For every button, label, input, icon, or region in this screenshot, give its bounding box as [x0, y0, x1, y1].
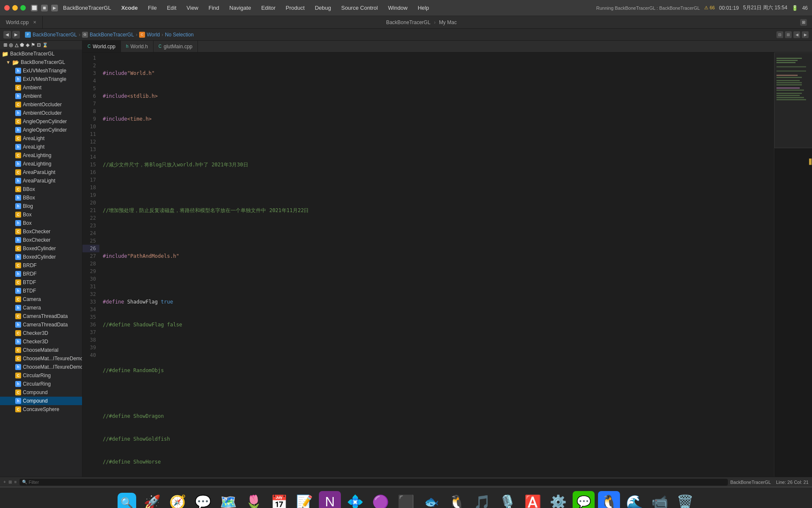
- menu-help[interactable]: Help: [416, 4, 431, 12]
- dock-app1[interactable]: 🟣: [370, 491, 392, 508]
- sidebar-item[interactable]: C Camera: [0, 295, 82, 304]
- dock-podcast[interactable]: 🎙️: [497, 491, 518, 508]
- dock-wechat[interactable]: 💬: [573, 491, 595, 508]
- sidebar-item[interactable]: C ChooseMaterial: [0, 346, 82, 354]
- dock-qq2[interactable]: 🐧: [598, 491, 620, 508]
- sidebar-item-compound-h[interactable]: h Compound: [0, 397, 82, 405]
- sidebar-item[interactable]: h Camera: [0, 304, 82, 312]
- sort-icon[interactable]: ≡: [14, 480, 17, 484]
- dock-settings[interactable]: ⚙️: [547, 491, 569, 508]
- menu-debug[interactable]: Debug: [313, 4, 332, 12]
- menu-navigate[interactable]: Navigate: [228, 4, 252, 12]
- menu-product[interactable]: Product: [284, 4, 307, 12]
- sidebar-item[interactable]: h ChooseMat...ITexureDemo: [0, 363, 82, 371]
- menu-editor[interactable]: Editor: [260, 4, 277, 12]
- sidebar-item[interactable]: h ExUVMeshTriangle: [0, 75, 82, 83]
- breadcrumb-class[interactable]: World: [147, 32, 160, 38]
- sidebar-item[interactable]: C ConcaveSphere: [0, 405, 82, 414]
- sidebar-item[interactable]: h BBox: [0, 193, 82, 202]
- sidebar-item[interactable]: h CameraThreadData: [0, 320, 82, 329]
- menu-source-control[interactable]: Source Control: [340, 4, 380, 12]
- traffic-lights[interactable]: [4, 5, 26, 11]
- nav-right-icon[interactable]: ▶: [802, 31, 809, 38]
- menu-find[interactable]: Find: [207, 4, 221, 12]
- dock-photos[interactable]: 🌷: [243, 491, 265, 508]
- sidebar-item[interactable]: h AmbientOccluder: [0, 109, 82, 117]
- sidebar-item[interactable]: h Box: [0, 219, 82, 227]
- dock-vscode[interactable]: 💠: [344, 491, 366, 508]
- minimize-button[interactable]: [12, 5, 18, 11]
- dock-onenote[interactable]: N: [319, 491, 341, 508]
- sidebar-item[interactable]: C AreaParaLight: [0, 168, 82, 177]
- tab-close-icon[interactable]: ✕: [33, 20, 36, 25]
- sidebar-item[interactable]: h Blog: [0, 202, 82, 210]
- view-toggle-icon[interactable]: ⊞: [8, 480, 12, 484]
- window-controls[interactable]: ⬜ ⏹ ▶: [31, 5, 58, 11]
- nav-buttons[interactable]: ◀ ▶: [3, 31, 20, 39]
- nav-left-icon[interactable]: ◀: [793, 31, 800, 38]
- sidebar-item[interactable]: h AngleOpenCylinder: [0, 126, 82, 134]
- dock-video[interactable]: 📹: [649, 491, 671, 508]
- grid-icon[interactable]: ⊞: [785, 31, 792, 38]
- sidebar-item[interactable]: h BoxedCylinder: [0, 253, 82, 261]
- dock-bookmark[interactable]: 🐟: [420, 491, 442, 508]
- dock-finder[interactable]: 🔍: [116, 491, 138, 508]
- close-button[interactable]: [4, 5, 10, 11]
- sidebar-toggle-small[interactable]: +: [3, 480, 6, 484]
- sidebar-item[interactable]: C BoxedCylinder: [0, 244, 82, 253]
- dock-trash[interactable]: 🗑️: [674, 491, 696, 508]
- split-icon[interactable]: ⊟: [776, 31, 783, 38]
- breadcrumb-selection[interactable]: No Selection: [165, 32, 194, 38]
- dock-messages[interactable]: 💬: [192, 491, 214, 508]
- minimap[interactable]: [774, 52, 812, 477]
- menu-window[interactable]: Window: [386, 4, 409, 12]
- sidebar-root-project[interactable]: 📁 BackBoneTracerGL: [0, 50, 82, 58]
- sidebar-item[interactable]: h Ambient: [0, 92, 82, 100]
- editor-tab-worldcpp[interactable]: C World.cpp: [82, 41, 121, 52]
- breadcrumb-folder[interactable]: BackBoneTracerGL: [90, 32, 134, 38]
- stop-button[interactable]: ⏹: [41, 5, 48, 11]
- nav-forward-button[interactable]: ▶: [12, 31, 20, 39]
- dock-reminders[interactable]: 📝: [294, 491, 315, 508]
- sidebar-toggle-icon[interactable]: ⬜: [31, 5, 38, 11]
- sidebar-item[interactable]: C AreaLight: [0, 134, 82, 143]
- dock-terminal[interactable]: ⬛: [395, 491, 417, 508]
- dock-launchpad[interactable]: 🚀: [141, 491, 163, 508]
- sidebar-item[interactable]: C BTDF: [0, 278, 82, 287]
- dock-appstore[interactable]: 🅰️: [522, 491, 544, 508]
- dock-safari[interactable]: 🧭: [167, 491, 189, 508]
- sidebar-item[interactable]: h BTDF: [0, 287, 82, 295]
- sidebar-item[interactable]: C ChooseMat...ITexureDemo: [0, 354, 82, 363]
- sidebar-group[interactable]: ▼ 📂 BackBoneTracerGL: [0, 58, 82, 66]
- editor-tab-worldh[interactable]: h World.h: [121, 41, 154, 52]
- sidebar-item[interactable]: C Ambient: [0, 83, 82, 92]
- editor-tab-glutmaincpp[interactable]: C glutMain.cpp: [154, 41, 198, 52]
- sidebar-item[interactable]: h Checker3D: [0, 337, 82, 346]
- dock-calendar[interactable]: 📅: [268, 491, 290, 508]
- menu-file[interactable]: File: [146, 4, 159, 12]
- breadcrumb-project[interactable]: BackBoneTracerGL: [33, 32, 77, 38]
- dock-qq[interactable]: 🐧: [446, 491, 468, 508]
- sidebar-item[interactable]: C Box: [0, 210, 82, 219]
- dock-music[interactable]: 🎵: [471, 491, 493, 508]
- sidebar-item[interactable]: C AreaLighting: [0, 151, 82, 160]
- menu-view[interactable]: View: [185, 4, 200, 12]
- dock-edge[interactable]: 🌊: [623, 491, 645, 508]
- sidebar-item[interactable]: C Checker3D: [0, 329, 82, 337]
- menu-edit[interactable]: Edit: [165, 4, 178, 12]
- menu-xcode[interactable]: Xcode: [120, 4, 140, 12]
- nav-back-button[interactable]: ◀: [3, 31, 11, 39]
- sidebar-item[interactable]: C BRDF: [0, 261, 82, 270]
- editor-controls[interactable]: ⊟ ⊞ ◀ ▶: [776, 31, 809, 38]
- dock-maps[interactable]: 🗺️: [217, 491, 239, 508]
- sidebar-item[interactable]: C BBox: [0, 185, 82, 193]
- tab-worldcpp[interactable]: World.cpp ✕: [0, 16, 43, 28]
- sidebar-item[interactable]: h AreaParaLight: [0, 177, 82, 185]
- sidebar-item[interactable]: C AmbientOccluder: [0, 100, 82, 109]
- sidebar-item[interactable]: C AngleOpenCylinder: [0, 117, 82, 126]
- sidebar-nav-icons[interactable]: ⊞ ◎ △ ⬟ ◈ ⚑ ⊡ ⌛: [3, 42, 48, 48]
- sidebar-item[interactable]: h AreaLight: [0, 143, 82, 151]
- run-button[interactable]: ▶: [51, 5, 58, 11]
- sidebar-item[interactable]: C CameraThreadData: [0, 312, 82, 320]
- sidebar-item[interactable]: h BRDF: [0, 270, 82, 278]
